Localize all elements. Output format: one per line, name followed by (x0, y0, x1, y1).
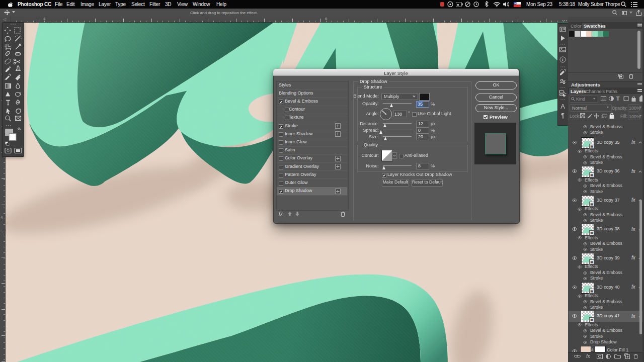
svg-text:A: A (560, 103, 565, 110)
svg-text:¶: ¶ (561, 112, 564, 119)
svg-text:★: ★ (514, 2, 516, 5)
